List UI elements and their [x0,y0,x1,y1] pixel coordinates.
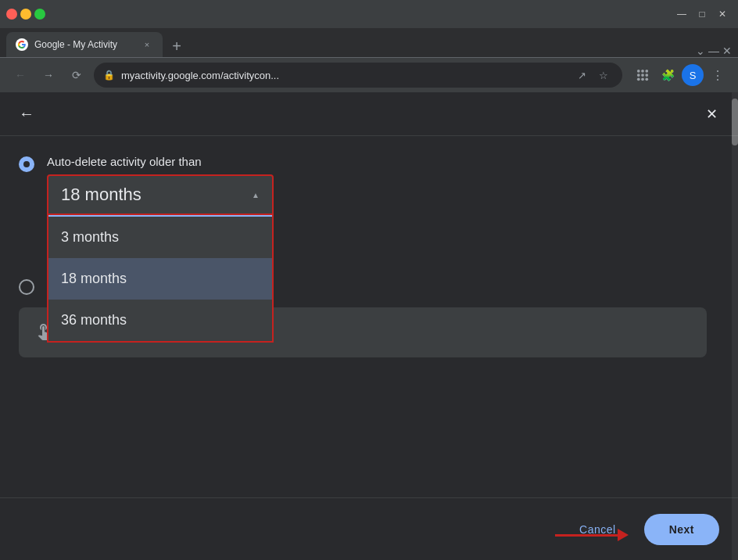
tab-bar: Google - My Activity × + ⌄ — ✕ [0,28,738,58]
profile-avatar[interactable]: S [682,64,704,86]
dropdown-selected[interactable]: 18 months ▲ [47,174,274,215]
svg-point-3 [637,74,640,77]
browser-menu-button[interactable]: ⋮ [707,64,729,86]
extensions-icon[interactable]: 🧩 [657,64,679,86]
svg-point-4 [641,74,644,77]
tab-close-button[interactable]: × [141,38,153,51]
dialog-nav: ← ✕ [0,92,738,136]
red-arrow [555,529,629,541]
dropdown-option-36months[interactable]: 36 months [48,300,272,341]
profile-icon[interactable]: S [682,64,704,86]
svg-point-8 [645,77,648,81]
tab-title: Google - My Activity [34,39,134,50]
address-bar: ← → ⟳ 🔒 myactivity.google.com/activityco… [0,58,738,92]
radio-option2[interactable] [19,279,34,295]
close-button[interactable]: ✕ [697,100,725,128]
url-text: myactivity.google.com/activitycon... [121,70,566,81]
svg-point-1 [641,70,644,73]
scrollbar[interactable] [732,92,738,560]
dropdown-arrow-icon: ▲ [252,191,260,199]
page-content: ← ✕ Auto-delete activity older than 18 m… [0,92,738,560]
radio-autodelete[interactable] [19,156,34,172]
window-close-button[interactable]: ✕ [713,5,732,23]
dropdown-option-18months[interactable]: 18 months [48,258,272,300]
new-tab-button[interactable]: + [166,35,188,57]
next-button[interactable]: Next [644,514,719,545]
svg-point-0 [637,70,640,73]
close-tab-icon[interactable]: ✕ [722,45,732,57]
dialog-footer: Cancel Next [0,497,738,560]
duration-dropdown[interactable]: 18 months ▲ 3 months 18 months 36 months [47,174,274,215]
restore-down-icon[interactable]: ⌄ [696,45,705,57]
url-bar[interactable]: 🔒 myactivity.google.com/activitycon... ↗… [94,63,622,88]
svg-point-7 [641,77,644,81]
scrollbar-thumb[interactable] [732,99,738,145]
radio-option-autodelete: Auto-delete activity older than 18 month… [19,155,719,215]
back-button[interactable]: ← [13,100,41,128]
radio-autodelete-label: Auto-delete activity older than [47,155,719,168]
active-tab[interactable]: Google - My Activity × [6,32,163,57]
maximize-tab-icon[interactable]: — [708,45,719,57]
dropdown-selected-text: 18 months [61,185,142,205]
svg-point-2 [645,70,648,73]
lock-icon: 🔒 [103,70,115,81]
maximize-button[interactable]: □ [693,5,711,23]
dropdown-list: 3 months 18 months 36 months [47,215,274,343]
dropdown-option-3months[interactable]: 3 months [48,217,272,258]
svg-point-6 [637,77,640,81]
svg-point-5 [645,74,648,77]
share-icon[interactable]: ↗ [572,66,591,84]
browser-titlebar: — □ ✕ [0,0,738,28]
forward-nav-button[interactable]: → [38,64,59,86]
google-apps-icon[interactable] [632,64,654,86]
minimize-button[interactable]: — [672,5,691,23]
reload-button[interactable]: ⟳ [66,64,88,86]
bookmark-icon[interactable]: ☆ [594,66,613,84]
back-nav-button[interactable]: ← [9,64,31,86]
dialog-body: Auto-delete activity older than 18 month… [0,136,738,497]
arrow-line [555,534,618,537]
tab-favicon [16,38,28,51]
arrow-head [618,529,629,541]
radio-autodelete-label-group: Auto-delete activity older than 18 month… [47,155,719,215]
